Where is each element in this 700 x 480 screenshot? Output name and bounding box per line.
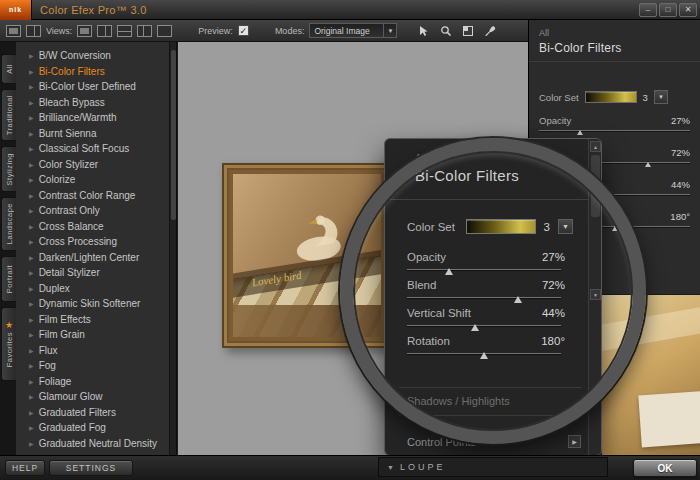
slider-handle[interactable] bbox=[445, 268, 453, 275]
color-set-swatch[interactable] bbox=[585, 91, 637, 103]
select-tool-icon[interactable] bbox=[415, 23, 432, 39]
tab-favorites[interactable]: ★ Favorites bbox=[1, 307, 16, 381]
divider bbox=[385, 199, 588, 200]
eyedropper-tool-icon[interactable] bbox=[481, 23, 498, 39]
close-button[interactable]: ✕ bbox=[679, 3, 697, 17]
loupe-panel-scrollbar[interactable]: ▲ ▼ bbox=[588, 139, 601, 455]
filter-item[interactable]: ▶Darken/Lighten Center bbox=[16, 250, 169, 266]
loupe-rotation-slider[interactable] bbox=[407, 350, 561, 360]
filter-item-label: Foliage bbox=[39, 376, 72, 387]
filter-item[interactable]: ▶Foliage bbox=[16, 374, 169, 390]
loupe-color-set-swatch[interactable] bbox=[466, 219, 536, 234]
slider-handle[interactable] bbox=[471, 324, 479, 331]
color-set-row: Color Set 3 ▼ bbox=[539, 90, 690, 104]
shadows-highlights-section[interactable]: Shadows / Highlights bbox=[407, 395, 510, 407]
toolbar: Views: Preview: ✓ Modes: Original Image … bbox=[0, 20, 528, 42]
loupe-vertical-shift-slider[interactable] bbox=[407, 322, 561, 332]
modes-dropdown[interactable]: Original Image ▼ bbox=[309, 23, 397, 38]
filter-arrow-icon: ▶ bbox=[29, 331, 34, 338]
color-set-dropdown-button[interactable]: ▼ bbox=[654, 90, 668, 104]
filter-list-scrollbar[interactable] bbox=[170, 42, 177, 455]
filter-item[interactable]: ▶Dynamic Skin Softener bbox=[16, 296, 169, 312]
filter-item[interactable]: ▶Graduated Fog bbox=[16, 420, 169, 436]
view-mode-vsplit-icon[interactable] bbox=[97, 25, 112, 37]
tab-landscape[interactable]: Landscape bbox=[1, 197, 16, 251]
slider-handle[interactable] bbox=[577, 130, 583, 135]
loupe-panel-header[interactable]: ▼ LOUPE bbox=[378, 457, 608, 477]
filter-item[interactable]: ▶Duplex bbox=[16, 281, 169, 297]
chevron-down-icon[interactable]: ▼ bbox=[383, 24, 396, 37]
filter-arrow-icon: ▶ bbox=[29, 207, 34, 214]
single-view-icon[interactable] bbox=[6, 25, 21, 37]
filter-item-label: Flux bbox=[39, 345, 58, 356]
maximize-button[interactable]: □ bbox=[659, 3, 677, 17]
expand-right-icon[interactable]: ▶ bbox=[568, 435, 581, 448]
filter-item[interactable]: ▶Glamour Glow bbox=[16, 389, 169, 405]
slider-handle[interactable] bbox=[514, 296, 522, 303]
filter-item[interactable]: ▶Burnt Sienna bbox=[16, 126, 169, 142]
filter-item[interactable]: ▶Contrast Color Range bbox=[16, 188, 169, 204]
filter-item-label: Graduated Filters bbox=[39, 407, 116, 418]
filter-item[interactable]: ▶Cross Processing bbox=[16, 234, 169, 250]
color-set-label: Color Set bbox=[539, 92, 579, 103]
star-icon: ★ bbox=[5, 321, 13, 330]
filter-item[interactable]: ▶Bi-Color Filters bbox=[16, 64, 169, 80]
control-points-section[interactable]: Control Points ▶ bbox=[407, 435, 581, 448]
filter-item[interactable]: ▶Classical Soft Focus bbox=[16, 141, 169, 157]
filter-item[interactable]: ▶Film Grain bbox=[16, 327, 169, 343]
view-mode-plain-icon[interactable] bbox=[157, 25, 172, 37]
help-button[interactable]: HELP bbox=[5, 460, 45, 476]
scrollbar-thumb[interactable] bbox=[591, 155, 600, 217]
view-mode-hsplit-icon[interactable] bbox=[117, 25, 132, 37]
filter-item-label: Dynamic Skin Softener bbox=[39, 298, 141, 309]
color-set-value: 3 bbox=[643, 92, 648, 103]
filter-arrow-icon: ▶ bbox=[29, 409, 34, 416]
filter-item[interactable]: ▶B/W Conversion bbox=[16, 48, 169, 64]
slider-handle[interactable] bbox=[602, 194, 608, 199]
filter-item[interactable]: ▶Bleach Bypass bbox=[16, 95, 169, 111]
filter-item[interactable]: ▶Color Stylizer bbox=[16, 157, 169, 173]
view-mode-full-icon[interactable] bbox=[77, 25, 92, 37]
scroll-down-icon[interactable]: ▼ bbox=[590, 289, 601, 300]
filter-item[interactable]: ▶Graduated Neutral Density bbox=[16, 436, 169, 452]
ok-button[interactable]: OK bbox=[633, 459, 697, 477]
loupe-blend-slider[interactable] bbox=[407, 294, 561, 304]
scroll-up-icon[interactable]: ▲ bbox=[590, 141, 601, 152]
slider-handle[interactable] bbox=[612, 226, 618, 231]
slider-handle[interactable] bbox=[645, 162, 651, 167]
filter-item[interactable]: ▶Film Effects bbox=[16, 312, 169, 328]
opacity-slider[interactable] bbox=[539, 128, 690, 136]
slider-handle[interactable] bbox=[480, 352, 488, 359]
settings-button[interactable]: SETTINGS bbox=[49, 460, 133, 476]
filter-arrow-icon: ▶ bbox=[29, 440, 34, 447]
panel-category: All bbox=[539, 28, 690, 38]
filter-item[interactable]: ▶Fog bbox=[16, 358, 169, 374]
preview-checkbox[interactable]: ✓ bbox=[238, 25, 249, 36]
filter-item[interactable]: ▶Bi-Color User Defined bbox=[16, 79, 169, 95]
zoom-tool-icon[interactable] bbox=[437, 23, 454, 39]
background-color-tool-icon[interactable] bbox=[459, 23, 476, 39]
split-view-icon[interactable] bbox=[26, 25, 41, 37]
filter-item[interactable]: ▶Cross Balance bbox=[16, 219, 169, 235]
filter-item[interactable]: ▶Flux bbox=[16, 343, 169, 359]
loupe-color-set-dropdown-button[interactable]: ▼ bbox=[558, 219, 573, 234]
filter-item[interactable]: ▶Colorize bbox=[16, 172, 169, 188]
minimize-button[interactable]: – bbox=[639, 3, 657, 17]
tab-portrait[interactable]: Portrait bbox=[1, 256, 16, 302]
category-tabstrip: All Traditional Stylizing Landscape Port… bbox=[0, 42, 16, 455]
filter-item[interactable]: ▶Detail Stylizer bbox=[16, 265, 169, 281]
filter-item[interactable]: ▶Graduated Filters bbox=[16, 405, 169, 421]
scrollbar-thumb[interactable] bbox=[171, 50, 176, 220]
tab-all[interactable]: All bbox=[1, 54, 16, 84]
footer-bar: HELP SETTINGS ▼ LOUPE OK bbox=[0, 455, 700, 480]
filter-item-label: Film Effects bbox=[39, 314, 91, 325]
loupe-opacity-slider[interactable] bbox=[407, 266, 561, 276]
tab-traditional[interactable]: Traditional bbox=[1, 89, 16, 141]
filter-item[interactable]: ▶Brilliance/Warmth bbox=[16, 110, 169, 126]
filter-item-label: Colorize bbox=[39, 174, 76, 185]
settings-panel-header: All Bi-Color Filters bbox=[529, 20, 700, 62]
filter-arrow-icon: ▶ bbox=[29, 254, 34, 261]
tab-stylizing[interactable]: Stylizing bbox=[1, 146, 16, 192]
filter-item[interactable]: ▶Contrast Only bbox=[16, 203, 169, 219]
view-mode-compare-icon[interactable] bbox=[137, 25, 152, 37]
